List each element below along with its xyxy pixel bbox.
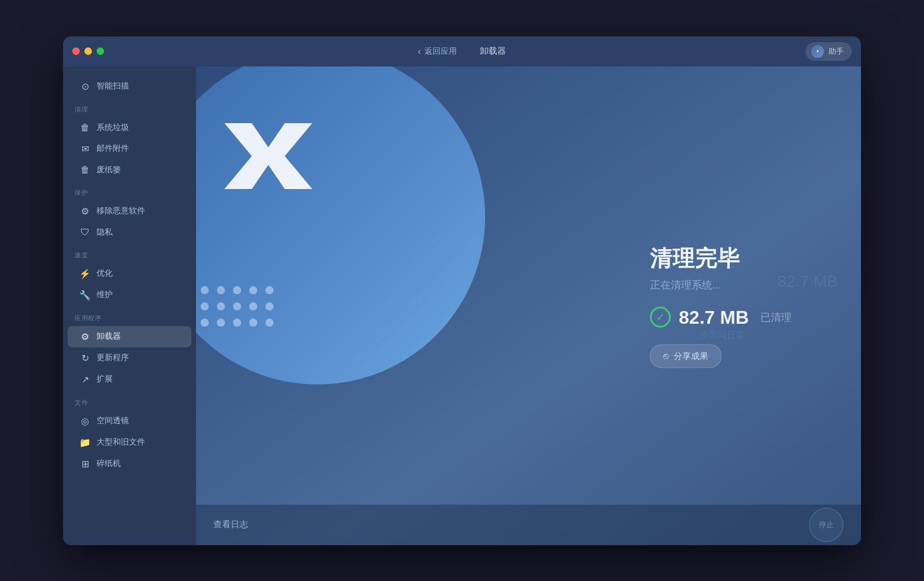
dot <box>265 319 273 327</box>
share-button[interactable]: ⎋ 分享成果 <box>650 344 722 368</box>
size-label: 已清理 <box>760 310 792 324</box>
check-icon: ✓ <box>650 307 671 328</box>
dot <box>233 286 241 294</box>
dot <box>201 319 209 327</box>
sidebar-item-shredder[interactable]: ⊞ 碎纸机 <box>68 453 191 475</box>
close-button[interactable] <box>72 47 80 55</box>
extensions-icon: ↗ <box>79 374 91 385</box>
app-window: ‹ 返回应用 卸载器 助手 ⊙ 智能扫描 清理 🗑 系统垃圾 ✉ 邮件附 <box>63 36 861 545</box>
share-label: 分享成果 <box>674 350 708 361</box>
sidebar-label-privacy: 隐私 <box>97 227 113 238</box>
size-row: ✓ 82.7 MB 已清理 <box>650 306 792 328</box>
traffic-lights <box>72 47 104 55</box>
sidebar-item-remove-malware[interactable]: ⚙ 移除恶意软件 <box>68 201 191 222</box>
folder-icon: 📁 <box>79 437 91 448</box>
sidebar-label-trash: 废纸篓 <box>97 165 121 175</box>
dot <box>249 302 257 310</box>
bg-circle-inner <box>196 66 485 384</box>
sidebar-label-optimize: 优化 <box>97 268 113 279</box>
section-label-clean: 清理 <box>63 97 196 117</box>
trash-icon: 🗑 <box>79 123 91 133</box>
sidebar-label-system-junk: 系统垃圾 <box>97 123 129 133</box>
radar-icon: ⊙ <box>79 81 91 92</box>
svg-marker-0 <box>224 123 312 189</box>
section-label-files: 文件 <box>63 390 196 410</box>
shield-icon: ⚙ <box>79 206 91 217</box>
sidebar-item-space-lens[interactable]: ◎ 空间透镜 <box>68 410 191 432</box>
size-value: 82.7 MB <box>679 306 749 328</box>
section-label-apps: 应用程序 <box>63 306 196 326</box>
titlebar-nav: ‹ 返回应用 卸载器 <box>418 46 506 57</box>
privacy-icon: 🛡 <box>79 227 91 238</box>
size-number: 82.7 <box>679 306 715 327</box>
sidebar-label-large-old-files: 大型和旧文件 <box>97 437 145 447</box>
update-icon: ↻ <box>79 353 91 364</box>
stop-button[interactable]: 停止 <box>809 508 844 542</box>
dot <box>265 302 273 310</box>
shredder-icon: ⊞ <box>79 458 91 469</box>
dot <box>201 302 209 310</box>
sidebar-label-space-lens: 空间透镜 <box>97 416 129 426</box>
back-button[interactable]: ‹ 返回应用 <box>418 46 457 57</box>
sidebar-label-uninstaller: 卸载器 <box>97 331 121 342</box>
titlebar: ‹ 返回应用 卸载器 助手 <box>63 36 861 66</box>
dot <box>233 302 241 310</box>
section-label-speed: 速度 <box>63 243 196 263</box>
assistant-button[interactable]: 助手 <box>805 42 852 61</box>
sidebar-item-extensions[interactable]: ↗ 扩展 <box>68 369 191 390</box>
sidebar-label-update-apps: 更新程序 <box>97 353 129 363</box>
dot <box>265 286 273 294</box>
sidebar-label-maintenance: 维护 <box>97 290 113 300</box>
bottom-bar: 查看日志 停止 <box>196 505 861 545</box>
sidebar-item-mail-attachments[interactable]: ✉ 邮件附件 <box>68 138 191 160</box>
sidebar-label-extensions: 扩展 <box>97 374 113 384</box>
sidebar-item-maintenance[interactable]: 🔧 维护 <box>68 284 191 306</box>
maintenance-icon: 🔧 <box>79 290 91 301</box>
dot <box>249 286 257 294</box>
right-content-panel: 清理完毕 正在清理系统... ✓ 82.7 MB 已清理 ⎋ 分享成果 <box>650 243 792 368</box>
view-log-button[interactable]: 查看日志 <box>213 519 248 530</box>
sidebar-item-privacy[interactable]: 🛡 隐私 <box>68 222 191 243</box>
sidebar-item-large-old-files[interactable]: 📁 大型和旧文件 <box>68 432 191 453</box>
sidebar-item-trash[interactable]: 🗑 废纸篓 <box>68 160 191 180</box>
mail-icon: ✉ <box>79 143 91 154</box>
section-label-protect: 保护 <box>63 180 196 201</box>
maximize-button[interactable] <box>97 47 104 55</box>
dot <box>233 319 241 327</box>
sidebar-label-shredder: 碎纸机 <box>97 458 121 469</box>
sidebar: ⊙ 智能扫描 清理 🗑 系统垃圾 ✉ 邮件附件 🗑 废纸篓 保护 ⚙ 移除恶意软… <box>63 66 196 545</box>
sidebar-item-optimize[interactable]: ⚡ 优化 <box>68 263 191 284</box>
back-label: 返回应用 <box>424 46 457 57</box>
optimize-icon: ⚡ <box>79 268 91 279</box>
minimize-button[interactable] <box>84 47 92 55</box>
dot <box>217 286 225 294</box>
background-circle <box>196 66 485 384</box>
sidebar-item-update-apps[interactable]: ↻ 更新程序 <box>68 347 191 369</box>
content-area: 82.7 MB 共需问日案 清理完毕 正在清理系统... ✓ 82.7 MB 已… <box>196 66 861 545</box>
checkmark-symbol: ✓ <box>656 312 665 323</box>
bin-icon: 🗑 <box>79 165 91 175</box>
stop-label: 停止 <box>819 520 834 530</box>
cleaning-subtitle: 正在清理系统... <box>650 277 792 291</box>
share-icon: ⎋ <box>663 351 669 361</box>
dot <box>217 302 225 310</box>
sidebar-label-smart-scan: 智能扫描 <box>97 81 129 91</box>
x-logo-svg <box>213 101 323 211</box>
sidebar-label-mail-attachments: 邮件附件 <box>97 143 129 154</box>
sidebar-label-remove-malware: 移除恶意软件 <box>97 206 145 216</box>
space-icon: ◎ <box>79 416 91 427</box>
sidebar-item-uninstaller[interactable]: ⚙ 卸载器 <box>68 326 191 347</box>
page-title: 卸载器 <box>480 46 506 57</box>
complete-title: 清理完毕 <box>650 243 792 273</box>
sidebar-item-smart-scan[interactable]: ⊙ 智能扫描 <box>68 76 191 97</box>
dot <box>201 286 209 294</box>
dot <box>249 319 257 327</box>
main-layout: ⊙ 智能扫描 清理 🗑 系统垃圾 ✉ 邮件附件 🗑 废纸篓 保护 ⚙ 移除恶意软… <box>63 66 861 545</box>
dots-grid <box>196 286 273 327</box>
assistant-dot-icon <box>811 45 824 58</box>
assistant-label: 助手 <box>829 46 844 57</box>
uninstaller-icon: ⚙ <box>79 331 91 342</box>
chevron-left-icon: ‹ <box>418 46 421 57</box>
dot <box>217 319 225 327</box>
sidebar-item-system-junk[interactable]: 🗑 系统垃圾 <box>68 117 191 138</box>
